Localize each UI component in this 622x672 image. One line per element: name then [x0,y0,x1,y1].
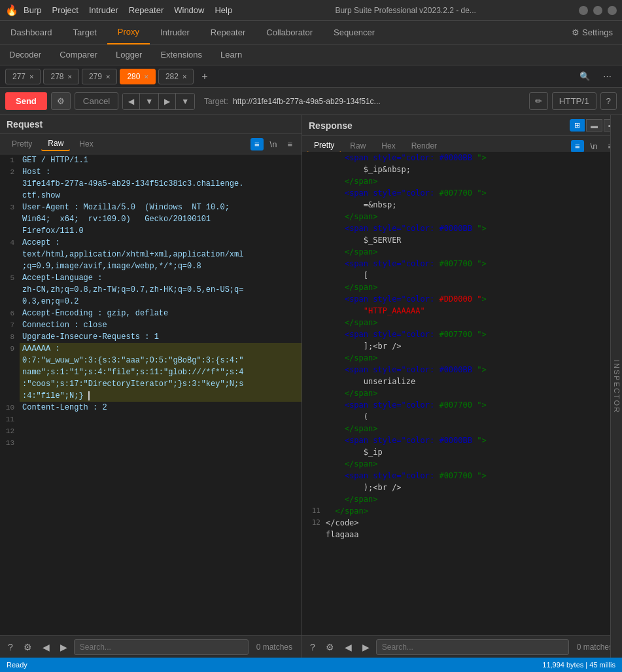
resp-line: </span> [302,352,622,364]
nav-dashboard[interactable]: Dashboard [0,21,63,44]
response-tab-raw[interactable]: Raw [343,139,372,152]
request-code-area[interactable]: 1 GET / HTTP/1.1 2 Host :31fe14fb-277a-4… [0,154,302,635]
req-tab-277-close[interactable]: × [29,73,33,80]
menu-project[interactable]: Project [52,5,78,15]
status-bar: Ready 11,994 bytes | 45 millis [0,658,622,672]
response-search-prev[interactable]: ◀ [341,641,356,654]
req-tab-282[interactable]: 282 × [158,69,194,84]
close-button[interactable]: × [608,6,617,15]
resp-line: unserialize [302,376,622,387]
response-search-help[interactable]: ? [306,641,319,654]
response-tab-pretty[interactable]: Pretty [307,139,341,153]
nav-comparer[interactable]: Comparer [50,44,107,65]
sub-nav: Decoder Comparer Logger Extensions Learn [0,44,622,65]
menu-help[interactable]: Help [215,5,232,15]
req-tab-278-close[interactable]: × [68,73,72,80]
add-tab-button[interactable]: + [196,68,213,85]
request-tabs: 277 × 278 × 279 × 280 × 282 × + 🔍 ⋯ [0,65,622,88]
nav-proxy[interactable]: Proxy [107,21,150,44]
request-search-help[interactable]: ? [4,641,17,654]
tab-search-button[interactable]: 🔍 [574,69,595,84]
help-button[interactable]: ? [600,92,617,110]
request-search-prev[interactable]: ◀ [39,641,54,654]
resp-line: ];<br /> [302,340,622,352]
code-line-12: 12 [0,425,302,437]
code-line-6: 6 Accept-Encoding : gzip, deflate [0,308,302,319]
request-search-next[interactable]: ▶ [56,641,71,654]
maximize-button[interactable]: □ [593,6,602,15]
nav-collaborator[interactable]: Collaborator [256,21,323,44]
response-tab-hex[interactable]: Hex [375,139,402,152]
edit-target-button[interactable]: ✏ [529,92,548,110]
response-code-area[interactable]: <span style="color: #0000BB "> $_ip&nbsp… [302,152,622,635]
nav-arrows: ◀ ▼ ▶ ▼ [122,93,195,110]
gear-icon: ⚙ [572,27,579,37]
req-tab-280[interactable]: 280 × [120,69,155,84]
request-search-input[interactable] [74,639,249,655]
resp-line-11: 11 </span> [302,505,622,517]
request-menu-button[interactable]: ≡ [283,138,296,150]
code-line-2: 2 Host :31fe14fb-277a-49a5-ab29-134f51c3… [0,166,302,202]
resp-line: <span style="color: #007700 "> [302,399,622,411]
nav-decoder[interactable]: Decoder [0,44,50,65]
req-tab-279[interactable]: 279 × [82,69,117,84]
request-tab-hex[interactable]: Hex [73,137,99,150]
nav-learn[interactable]: Learn [211,44,251,65]
resp-line: </span> [302,493,622,505]
nav-sequencer[interactable]: Sequencer [323,21,385,44]
response-search-next[interactable]: ▶ [358,641,373,654]
request-format-button[interactable]: ≡ [251,138,264,150]
nav-logger[interactable]: Logger [107,44,151,65]
view-request-only-button[interactable]: ▬ [586,119,602,132]
forward-arrow-button[interactable]: ▼ [140,94,158,109]
cancel-button[interactable]: Cancel [75,92,119,110]
req-tab-279-label: 279 [89,72,102,81]
inspector-panel[interactable]: INSPECTOR [610,115,622,658]
send-button[interactable]: Send [5,92,47,110]
req-tab-280-close[interactable]: × [144,73,148,80]
nav-intruder[interactable]: Intruder [150,21,200,44]
response-newline-button[interactable]: \n [587,140,602,152]
resp-line: $_SERVER [302,234,622,246]
response-search-input[interactable] [376,639,569,655]
code-line-11: 11 [0,414,302,425]
response-format-button[interactable]: ≡ [571,140,584,152]
request-tab-pretty[interactable]: Pretty [5,137,39,150]
request-tab-raw[interactable]: Raw [41,137,70,151]
resp-line: <span style="color: #007700 "> [302,187,622,199]
nav-target[interactable]: Target [63,21,107,44]
request-search-settings[interactable]: ⚙ [20,641,36,654]
forward-next-button[interactable]: ▶ [159,94,175,109]
target-label: Target: [204,97,228,106]
resp-line: $_ip [302,446,622,458]
req-tab-280-label: 280 [127,72,140,81]
http-version-button[interactable]: HTTP/1 [552,92,596,110]
request-newline-button[interactable]: \n [266,138,281,150]
code-line-5: 5 Accept-Language :zh-CN,zh;q=0.8,zh-TW;… [0,272,302,308]
settings-button[interactable]: ⚙ Settings [562,24,622,41]
req-tab-278[interactable]: 278 × [43,69,78,84]
title-bar: 🔥 Burp Project Intruder Repeater Window … [0,0,622,21]
req-tab-282-close[interactable]: × [182,73,186,80]
code-line-3: 3 User-Agent : Mozilla/5.0 (Windows NT 1… [0,202,302,237]
resp-line: "HTTP_AAAAAA" [302,305,622,317]
minimize-button[interactable]: − [579,6,588,15]
req-tab-279-close[interactable]: × [106,73,110,80]
response-search-settings[interactable]: ⚙ [322,641,338,654]
request-title: Request [7,119,43,130]
view-split-button[interactable]: ⊞ [570,119,585,132]
nav-repeater[interactable]: Repeater [200,21,256,44]
menu-burp[interactable]: Burp [24,5,41,15]
forward-dropdown-button[interactable]: ▼ [176,94,194,109]
tab-more-button[interactable]: ⋯ [598,69,617,84]
req-tab-277[interactable]: 277 × [5,69,41,84]
toolbar-gear-button[interactable]: ⚙ [51,92,71,110]
request-panel-header: Request [0,115,302,134]
response-tab-render[interactable]: Render [405,139,443,152]
menu-repeater[interactable]: Repeater [129,5,164,15]
menu-window[interactable]: Window [174,5,204,15]
back-arrow-button[interactable]: ◀ [123,94,139,109]
menu-intruder[interactable]: Intruder [89,5,118,15]
nav-extensions[interactable]: Extensions [151,44,211,65]
resp-line: =&nbsp; [302,199,622,211]
